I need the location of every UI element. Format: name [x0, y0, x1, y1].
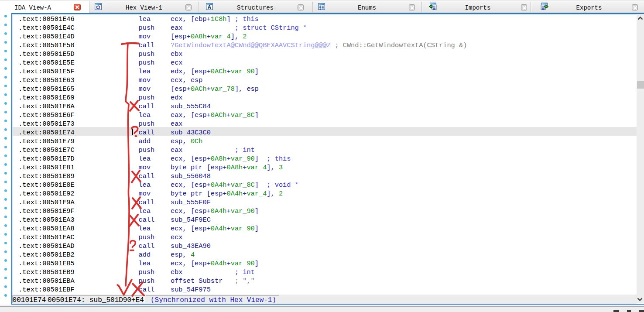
svg-text:A: A: [208, 4, 211, 10]
